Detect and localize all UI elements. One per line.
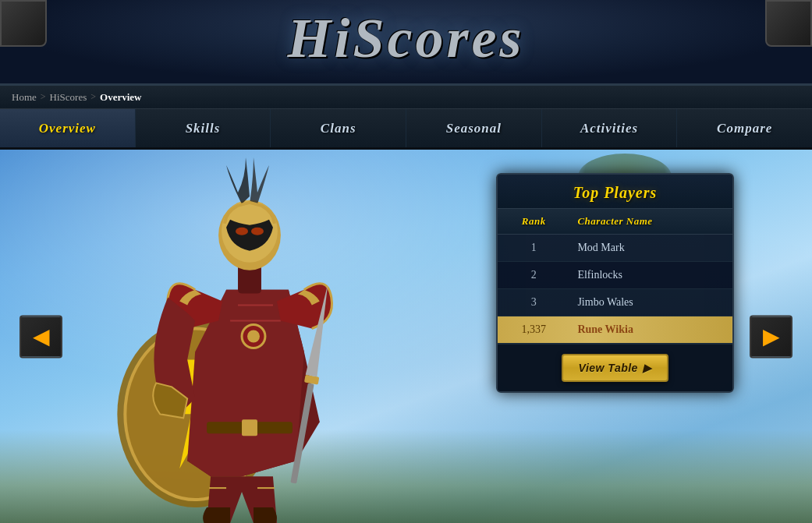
name-cell-1: Mod Mark <box>569 235 732 262</box>
table-row[interactable]: 3 Jimbo Wales <box>498 289 732 316</box>
nav-item-compare[interactable]: Compare <box>677 109 812 147</box>
name-cell-user: Rune Wikia <box>569 316 732 344</box>
svg-rect-16 <box>242 419 257 436</box>
view-table-arrow-icon: ▶ <box>643 362 652 374</box>
nav-label-activities: Activities <box>580 121 638 136</box>
name-column-header: Character Name <box>569 209 732 235</box>
table-row[interactable]: 1 Mod Mark <box>498 235 732 262</box>
panel-title: Top Players <box>573 184 657 201</box>
breadcrumb-hiscores[interactable]: HiScores <box>50 91 87 104</box>
breadcrumb-sep-2: > <box>90 91 96 103</box>
top-players-table: Rank Character Name 1 Mod Mark 2 Elfinlo… <box>498 209 732 344</box>
name-cell-2: Elfinlocks <box>569 262 732 289</box>
carousel-prev-button[interactable]: ◀ <box>20 315 62 358</box>
table-header-row: Rank Character Name <box>498 209 732 235</box>
nav-label-seasonal: Seasonal <box>446 121 502 136</box>
nav-label-overview: Overview <box>39 121 96 136</box>
nav-label-skills: Skills <box>186 121 221 136</box>
nav-label-clans: Clans <box>321 121 356 136</box>
rank-cell-user: 1,337 <box>498 316 569 344</box>
navigation-bar: Overview Skills Clans Seasonal Activitie… <box>0 109 812 150</box>
svg-point-11 <box>236 228 248 235</box>
character-display <box>55 150 445 523</box>
character-svg <box>55 150 445 523</box>
breadcrumb-current: Overview <box>100 91 141 104</box>
nav-item-skills[interactable]: Skills <box>136 109 271 147</box>
header-corner-tl <box>0 0 47 47</box>
main-content: ◀ <box>0 150 812 523</box>
rank-cell-1: 1 <box>498 235 569 262</box>
right-arrow-icon: ▶ <box>763 326 780 348</box>
view-table-button[interactable]: View Table ▶ <box>562 354 669 382</box>
panel-title-bar: Top Players <box>498 175 732 209</box>
title-hi: HiScores <box>287 7 524 69</box>
header-corner-tr <box>765 0 812 47</box>
nav-item-seasonal[interactable]: Seasonal <box>406 109 542 147</box>
site-title: HiScores <box>287 6 524 71</box>
nav-item-clans[interactable]: Clans <box>271 109 406 147</box>
carousel-next-button[interactable]: ▶ <box>750 315 792 358</box>
header: HiScores <box>0 0 812 86</box>
top-players-panel: Top Players Rank Character Name 1 Mod Ma… <box>496 173 734 393</box>
rank-cell-2: 2 <box>498 262 569 289</box>
table-row-highlighted[interactable]: 1,337 Rune Wikia <box>498 316 732 344</box>
nav-item-overview[interactable]: Overview <box>0 109 136 147</box>
svg-point-12 <box>251 228 264 235</box>
table-row[interactable]: 2 Elfinlocks <box>498 262 732 289</box>
nav-item-activities[interactable]: Activities <box>542 109 678 147</box>
breadcrumb-sep-1: > <box>41 91 46 103</box>
nav-label-compare: Compare <box>717 121 772 136</box>
breadcrumb-bar: Home > HiScores > Overview <box>0 86 812 109</box>
left-arrow-icon: ◀ <box>33 326 50 348</box>
view-table-label: View Table <box>579 362 638 374</box>
svg-point-7 <box>247 330 260 343</box>
name-cell-3: Jimbo Wales <box>569 289 732 316</box>
breadcrumb-home[interactable]: Home <box>12 91 37 104</box>
view-table-button-area: View Table ▶ <box>498 344 732 391</box>
rank-column-header: Rank <box>498 209 569 235</box>
rank-cell-3: 3 <box>498 289 569 316</box>
